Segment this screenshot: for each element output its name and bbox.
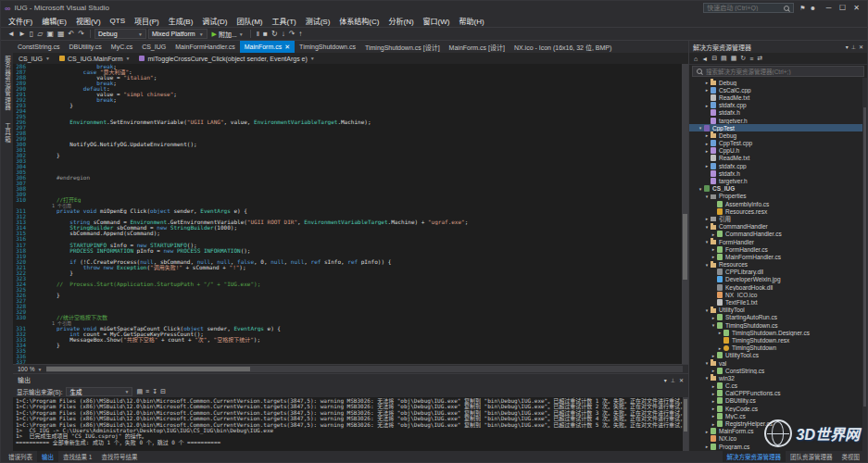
expander-icon[interactable]: ▸ [703,163,711,169]
expander-icon[interactable]: ▸ [703,103,711,108]
member-dropdown[interactable]: miToggleCrossCurve_Click(object sender, … [139,56,314,62]
menu-item-2[interactable]: 视图(V) [71,16,106,26]
navigate-backward-icon[interactable]: ◄ [6,28,17,40]
tree-item-AssemblyInfo.cs[interactable]: AssemblyInfo.cs [689,200,867,207]
scrollbar-thumb[interactable] [46,367,250,371]
quick-launch-box[interactable] [703,3,794,13]
solution-explorer-title-bar[interactable]: 解决方案资源管理器 ▾⊥✕ [689,41,867,53]
scrollbar-thumb[interactable] [684,399,687,432]
solution-explorer-search-input[interactable] [706,69,861,75]
solution-configuration-dropdown[interactable]: Debug▼ [94,29,146,39]
save-all-icon[interactable]: ▦ [56,28,67,40]
menu-item-12[interactable]: 窗口(W) [419,16,455,26]
menu-item-3[interactable]: QTS [106,17,130,25]
expander-icon[interactable]: ▸ [710,315,717,320]
bottom-tab-3[interactable]: 查找符号结果 [96,451,142,462]
tree-item-CsCalC.cpp[interactable]: ▸CsCalC.cpp [689,86,867,94]
tree-item-stdafx.cpp[interactable]: ▸stdafx.cpp [689,162,867,169]
document-tab-4[interactable]: MainFormHandler.cs [170,41,240,53]
close-button[interactable]: ✕ [849,4,863,12]
tree-item-KeyCode.cs[interactable]: ▸KeyCode.cs [689,405,867,412]
close-tab-icon[interactable]: ✕ [284,44,290,51]
tree-item-CommandHandler.cs[interactable]: ▸CommandHandler.cs [689,231,867,238]
window-position-icon[interactable]: ▾ [664,377,667,383]
undo-icon[interactable]: ↶ [67,28,77,40]
navigate-forward-icon[interactable]: ► [17,28,28,40]
menu-item-13[interactable]: 帮助(H) [454,16,488,26]
tree-item-Resources[interactable]: ▾Resources [689,261,867,269]
tree-item-stdafx.cpp[interactable]: ▸stdafx.cpp [689,102,867,109]
right-panel-tab-2[interactable]: 类视图 [837,451,865,462]
solution-platform-dropdown[interactable]: Mixed Platform▼ [148,29,208,39]
step-out-icon[interactable]: ↑ [296,28,304,40]
document-tab-7[interactable]: TimingShutdown.cs [设计] [360,41,445,53]
document-tab-2[interactable]: MyC.cs [107,41,137,53]
tree-item-Resources.resx[interactable]: Resources.resx [689,207,867,215]
tree-item-targetver.h[interactable]: targetver.h [689,117,867,124]
tree-item-Debug[interactable]: ▸Debug [689,131,867,139]
step-into-icon[interactable]: ↓ [280,28,287,40]
tree-item-DBUtility.cs[interactable]: ▸DBUtility.cs [689,397,867,405]
expander-icon[interactable]: ▸ [703,444,711,449]
menu-item-10[interactable]: 体系结构(C) [334,16,384,26]
tree-item-TimingShutdown.cs[interactable]: ▾TimingShutdown.cs [689,321,867,329]
expander-icon[interactable]: ▸ [710,413,717,419]
tree-item-Properties[interactable]: ▾Properties [689,193,867,200]
collapse-all-icon[interactable]: ⊟ [711,55,717,62]
tree-item-stdafx.h[interactable]: stdafx.h [689,109,867,117]
clear-output-icon[interactable]: ▤ [136,388,143,395]
expander-icon[interactable]: ▾ [710,322,717,328]
user-icon[interactable]: ☻ [808,5,818,12]
scrollbar-thumb[interactable] [863,107,866,406]
bottom-tab-2[interactable]: 查找结果 1 [58,451,96,462]
stop-debugging-icon[interactable]: ■ [261,28,270,40]
tree-item-val[interactable]: ▾val [689,359,867,367]
tree-item-ReadMe.txt[interactable]: ReadMe.txt [689,94,867,101]
expander-icon[interactable]: ▾ [703,239,711,244]
tree-item-FormHandler[interactable]: ▾FormHandler [689,238,867,245]
pin-icon[interactable]: ⊥ [671,377,675,383]
tree-item-FormHandler.cs[interactable]: ▸FormHandler.cs [689,245,867,253]
code-editor[interactable]: 286 break;287 case "意大利语":288 value = "i… [13,64,688,364]
tree-item-UtilityTool[interactable]: ▾UtilityTool [689,307,867,314]
tree-item-Debug[interactable]: ▸Debug [689,79,867,86]
scrollbar-thumb[interactable] [683,214,687,280]
expander-icon[interactable]: ▾ [703,360,711,366]
solution-explorer-scrollbar[interactable] [862,78,867,451]
tree-item--[interactable]: ▸引用 [689,215,867,222]
menu-item-4[interactable]: 项目(P) [130,16,164,26]
solution-home-icon[interactable]: ⌂ [694,56,698,62]
go-to-message-icon[interactable]: ↧ [152,388,157,395]
menu-item-1[interactable]: 编辑(E) [37,16,71,26]
document-tab-3[interactable]: CS_IUG [137,41,170,53]
expander-icon[interactable]: ▸ [716,330,723,335]
open-file-icon[interactable]: ▱ [35,28,44,40]
expander-icon[interactable]: ▸ [710,353,717,358]
project-dropdown[interactable]: CS_IUG▼ [19,56,50,62]
menu-item-9[interactable]: 测试(S) [301,16,335,26]
type-dropdown[interactable]: CS_IUG.MainForm▼ [59,56,130,62]
expander-icon[interactable]: ▸ [710,368,717,373]
right-panel-tab-1[interactable]: 团队资源管理器 [786,451,837,462]
expander-icon[interactable]: ▸ [703,148,711,154]
expander-icon[interactable]: ▾ [697,125,704,131]
document-tab-6[interactable]: TimingShutdown.cs [295,41,360,53]
redo-icon[interactable]: ↷ [76,28,86,40]
refresh-icon[interactable]: ↻ [740,55,746,62]
expander-icon[interactable]: ▾ [703,224,711,230]
tree-item-CppTest.cpp[interactable]: ▸CppTest.cpp [689,140,867,147]
menu-item-5[interactable]: 生成(B) [164,16,198,26]
expander-icon[interactable]: ▸ [710,391,717,396]
pin-icon[interactable]: ⊥ [851,44,856,50]
tree-item-TimingShutdown[interactable]: ▸TimingShutdown [689,344,867,352]
wrap-icon[interactable]: ≡ [145,388,149,395]
editor-horizontal-scrollbar[interactable] [46,366,683,372]
menu-item-6[interactable]: 调试(D) [197,16,232,26]
expander-icon[interactable]: ▸ [710,383,717,389]
left-tool-tab-1[interactable]: 工具箱 [3,122,12,144]
back-icon[interactable]: ◄ [701,56,708,62]
tree-item-CalCPPFunctions.cs[interactable]: ▸CalCPPFunctions.cs [689,390,867,397]
notifications-flag-icon[interactable]: ⚑ [798,5,807,12]
maximize-button[interactable]: ☐ [836,4,849,12]
tree-item-KeyboardHook.dll[interactable]: KeyboardHook.dll [689,283,867,291]
